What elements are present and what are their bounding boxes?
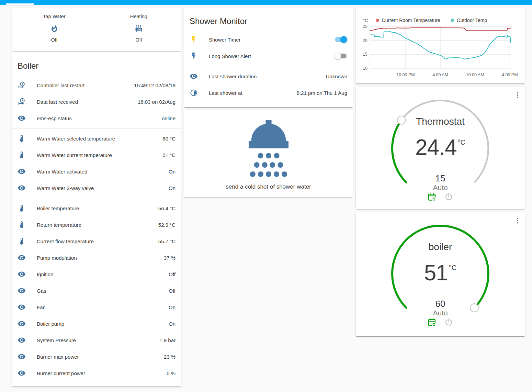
thermometer-icon [18,204,26,212]
row-label: Shower Timer [209,37,334,43]
row-label: Pump modulation [37,255,164,261]
temperature-history-chart: 2520151010:00 PM4:00 AM10:00 AM4:00 PM [356,8,525,83]
row-controller-last-restart[interactable]: Controller last restart15:49:12 02/08/19 [12,77,181,93]
eye-icon [18,352,26,361]
row-label: Ignition [37,271,169,277]
radiator-icon [135,24,143,33]
long-shower-alert-toggle[interactable] [334,53,347,59]
svg-text:4:00 AM: 4:00 AM [432,72,448,77]
history-chart-card[interactable]: °C Current Room Temperature Outdoor Temp… [356,8,525,83]
thermostat-card: Thermostat 24.4°C 15 Auto [356,87,525,209]
row-boiler-pump[interactable]: Boiler pumpOn [12,315,181,332]
row-boiler-temperature[interactable]: Boiler temperature56.4 °C [12,200,181,216]
boiler-card: Boiler Controller last restart15:49:12 0… [12,52,181,387]
eye-icon [18,320,26,328]
target-temperature: 15 [356,173,525,184]
glance-state: Off [51,37,57,43]
row-current-flow-temperature[interactable]: Current flow temperature55.7 °C [12,233,181,249]
calendar-sync-icon[interactable] [427,318,437,327]
eye-icon [18,270,26,278]
row-last-shower-duration[interactable]: Last shower duration Unknown [184,68,353,85]
row-fan[interactable]: FanOn [12,299,181,315]
row-value: On [169,185,176,191]
shower-monitor-card: Shower Monitor Shower Timer Long Shower … [184,8,353,107]
row-warm-water-activated[interactable]: Warm Water activatedOn [12,163,181,180]
cold-shot-label: send a cold shot of shower water [184,183,353,190]
row-value: Unknown [326,74,347,79]
row-data-last-received[interactable]: Data last received16:03 on 02/Aug [12,93,181,110]
moon-icon [190,89,198,97]
eye-icon [18,303,26,311]
more-menu-button[interactable] [513,91,522,99]
power-icon[interactable] [444,318,453,327]
thermometer-icon [18,237,26,245]
eye-icon [190,72,198,80]
glance-label: Heating [130,14,147,19]
eye-icon [18,287,26,295]
row-value: 55.7 °C [158,238,176,244]
row-label: Return temperature [37,222,158,228]
row-warm-water-3-way-valve[interactable]: Warm Water 3-way valveOn [12,180,181,196]
row-label: Burner max power [37,354,164,360]
hvac-mode: Auto [356,183,525,192]
eye-icon [18,167,26,176]
glance-item-heating[interactable]: Heating Off [97,14,181,43]
row-value: 52.9 °C [158,222,176,228]
row-long-shower-alert[interactable]: Long Shower Alert [184,48,353,64]
cold-shot-button-card[interactable]: send a cold shot of shower water [184,110,353,197]
row-label: Warm Water selected temperature [37,136,162,142]
eye-icon [18,254,26,262]
svg-text:10:00 PM: 10:00 PM [396,72,415,77]
row-warm-water-selected-temperature[interactable]: Warm Water selected temperature60 °C [12,130,181,147]
unit-label: °C [449,264,456,271]
flash-icon [190,35,198,44]
row-value: Off [169,271,176,277]
eye-icon [18,336,26,344]
gauge-title: boiler [356,242,525,253]
divider [12,128,181,128]
svg-text:25: 25 [363,24,367,29]
row-ems-esp-status[interactable]: ems-esp statusonline [12,110,181,126]
shower-timer-toggle[interactable] [334,36,347,43]
row-burner-max-power[interactable]: Burner max power23 % [12,348,181,365]
divider [12,198,181,198]
row-label: Controller last restart [37,82,134,88]
thermometer-icon [18,221,26,229]
row-label: Last shower duration [209,74,326,79]
svg-text:10: 10 [363,66,367,71]
glance-item-tap-water[interactable]: Tap Water Off [12,14,97,43]
row-warm-water-current-temperature[interactable]: Warm Water current temperature51 °C [12,147,181,163]
row-value: On [169,321,176,327]
row-gas[interactable]: GasOff [12,282,181,299]
row-last-shower-at[interactable]: Last shower at 8:21 pm on Thu 1 Aug [184,85,353,101]
row-value: 15:49:12 02/08/19 [134,82,176,88]
row-shower-timer[interactable]: Shower Timer [184,31,353,48]
row-label: System Pressure [37,337,159,343]
row-value: 16:03 on 02/Aug [138,99,176,105]
row-value: 37 % [164,255,176,261]
calendar-sync-icon[interactable] [427,192,437,202]
svg-text:15: 15 [363,52,367,57]
clock-start-icon [18,98,26,106]
thermometer-icon [18,151,26,159]
row-ignition[interactable]: IgnitionOff [12,266,181,282]
row-label: Long Shower Alert [209,53,334,59]
mode: Auto [356,309,525,317]
row-value: 56.4 °C [158,205,176,211]
power-icon[interactable] [444,192,453,202]
row-value: Off [169,288,176,294]
row-burner-current-power[interactable]: Burner current power0 % [12,365,181,381]
row-pump-modulation[interactable]: Pump modulation37 % [12,249,181,266]
fire-icon [50,24,58,33]
row-system-pressure[interactable]: System Pressure1.9 bar [12,332,181,348]
current-temperature: 51°C [356,260,525,285]
row-label: Warm Water 3-way valve [37,185,169,191]
row-return-temperature[interactable]: Return temperature52.9 °C [12,216,181,233]
svg-text:4:00 PM: 4:00 PM [502,72,518,77]
target-temperature: 60 [356,299,525,309]
row-value: online [162,115,176,121]
clock-start-icon [18,81,26,89]
row-label: Warm Water current temperature [37,152,162,158]
more-menu-button[interactable] [513,216,522,225]
gauge-title: Thermostat [356,116,525,127]
